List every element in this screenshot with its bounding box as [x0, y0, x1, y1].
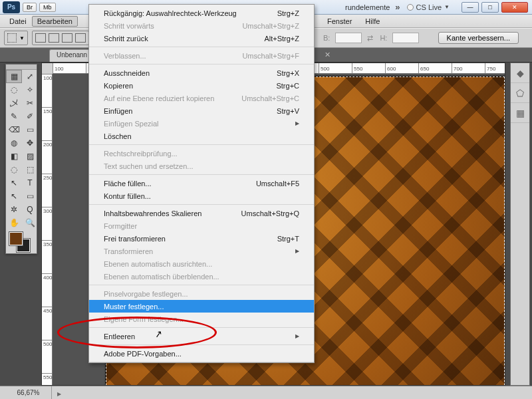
submenu-arrow-icon: ▶: [295, 120, 299, 126]
tool-18[interactable]: ↖: [6, 190, 22, 203]
tool-7[interactable]: ✐: [22, 110, 38, 123]
color-swatches[interactable]: [6, 229, 37, 253]
tool-13[interactable]: ▨: [22, 150, 38, 163]
menu-item-label: Einfügen Spezial: [104, 120, 295, 128]
tool-12[interactable]: ◧: [6, 150, 22, 163]
bridge-button[interactable]: Br: [23, 3, 37, 12]
menu-item-defbrush: Pinselvorgabe festlegen...: [89, 287, 314, 300]
menu-edit[interactable]: Bearbeiten: [32, 16, 78, 27]
panel-icon-0[interactable]: ◆: [511, 63, 529, 83]
tool-4[interactable]: 乄: [6, 96, 22, 110]
swap-icon[interactable]: ⇄: [367, 34, 373, 43]
menu-item-accel: Umschalt+Strg+C: [241, 94, 299, 102]
menu-item-stepback[interactable]: Schritt zurückAlt+Strg+Z: [89, 32, 314, 45]
tool-21[interactable]: Q: [22, 203, 38, 216]
cslive-button[interactable]: CS Live▼: [407, 3, 450, 11]
ruler-tick: 500: [319, 63, 352, 74]
window-close-button[interactable]: ✕: [501, 2, 528, 13]
tool-20[interactable]: ✲: [6, 203, 22, 216]
menu-item-label: Ebenen automatisch überblenden...: [104, 273, 299, 281]
menu-item-defpattern[interactable]: Muster festlegen...: [89, 300, 314, 313]
tool-3[interactable]: ✧: [22, 83, 38, 96]
menu-item-stroke[interactable]: Kontur füllen...: [89, 190, 314, 202]
document-tab-active[interactable]: Unbenann: [49, 49, 94, 62]
menu-item-accel: Umschalt+Strg+F: [242, 52, 299, 60]
workspace-name[interactable]: rundelemente: [345, 3, 390, 11]
menu-item-clear[interactable]: Löschen: [89, 130, 314, 142]
menu-item-autoblend: Ebenen automatisch überblenden...: [89, 270, 314, 283]
tool-15[interactable]: ⬚: [22, 163, 38, 176]
menu-file[interactable]: Datei: [4, 16, 32, 27]
menu-item-label: Frei transformieren: [104, 235, 277, 243]
menu-item-fade: Verblassen...Umschalt+Strg+F: [89, 49, 314, 62]
width-label: B:: [323, 34, 330, 42]
tool-22[interactable]: ✋: [6, 216, 22, 229]
width-input[interactable]: [335, 33, 362, 43]
tool-17[interactable]: T: [22, 176, 38, 190]
zoom-readout[interactable]: 66,67%: [5, 386, 52, 399]
menu-item-accel: Alt+Strg+Z: [264, 35, 299, 43]
menu-item-label: Pinselvorgabe festlegen...: [104, 290, 299, 298]
tool-2[interactable]: ◌: [6, 83, 22, 96]
window-maximize-button[interactable]: □: [481, 2, 499, 13]
menu-item-label: Kopieren: [104, 82, 276, 90]
ruler-tick: 750: [485, 63, 505, 74]
menu-item-label: Einfügen: [104, 107, 277, 115]
tool-8[interactable]: ⌫: [6, 123, 22, 136]
menu-item-copy[interactable]: KopierenStrg+C: [89, 79, 314, 92]
minibridge-button[interactable]: Mb: [39, 3, 56, 12]
tool-11[interactable]: ✥: [22, 136, 38, 150]
tool-0[interactable]: ▦: [6, 70, 22, 83]
menu-item-label: Ebenen automatisch ausrichten...: [104, 260, 299, 268]
tool-5[interactable]: ✂: [22, 96, 38, 110]
tool-6[interactable]: ✎: [6, 110, 22, 123]
submenu-arrow-icon: ▶: [295, 333, 299, 339]
menu-item-copymerge: Auf eine Ebene reduziert kopierenUmschal…: [89, 92, 314, 104]
tool-1[interactable]: ⤢: [22, 70, 38, 83]
ruler-tick: 500: [42, 340, 52, 373]
panel-icon-2[interactable]: ▦: [511, 103, 529, 123]
menu-item-autoalign: Ebenen automatisch ausrichten...: [89, 257, 314, 270]
height-input[interactable]: [392, 33, 419, 43]
foreground-color-swatch[interactable]: [9, 232, 23, 245]
tool-9[interactable]: ▭: [22, 123, 38, 136]
menu-item-accel: Umschalt+Strg+Z: [242, 22, 299, 30]
menu-item-accel: Strg+Z: [277, 9, 299, 17]
tool-14[interactable]: ◌: [6, 163, 22, 176]
menu-item-label: Ausschneiden: [104, 69, 277, 77]
window-minimize-button[interactable]: —: [462, 2, 479, 13]
menu-item-purge[interactable]: Entleeren▶: [89, 330, 314, 342]
tab-close-icon[interactable]: ✕: [322, 48, 333, 62]
menu-item-transform: Transformieren▶: [89, 245, 314, 257]
statusbar: 66,67%: [0, 386, 532, 399]
menu-item-label: Auf eine Ebene reduziert kopieren: [104, 94, 241, 102]
tool-23[interactable]: 🔍: [22, 216, 38, 229]
marquee-tool-preset[interactable]: ▼: [4, 31, 28, 45]
menu-item-cut[interactable]: AusschneidenStrg+X: [89, 66, 314, 79]
menu-item-contentaware[interactable]: Inhaltsbewahrendes SkalierenUmschalt+Str…: [89, 207, 314, 219]
menu-help[interactable]: Hilfe: [358, 16, 386, 27]
tool-10[interactable]: ◍: [6, 136, 22, 150]
status-flyout-icon[interactable]: [57, 389, 532, 397]
tool-19[interactable]: ▭: [22, 190, 38, 203]
menu-item-undo[interactable]: Rückgängig: Auswahlrechteck-WerkzeugStrg…: [89, 7, 314, 19]
edit-menu-dropdown: Rückgängig: Auswahlrechteck-WerkzeugStrg…: [88, 4, 315, 363]
menu-item-pdfpresets[interactable]: Adobe PDF-Vorgaben...: [89, 347, 314, 360]
menu-item-freetransform[interactable]: Frei transformierenStrg+T: [89, 232, 314, 245]
menu-item-label: Adobe PDF-Vorgaben...: [104, 350, 299, 358]
menu-item-label: Entleeren: [104, 332, 295, 340]
selection-mode-group[interactable]: [32, 31, 89, 45]
workspace-overflow-icon[interactable]: »: [395, 2, 400, 12]
menu-item-label: Fläche füllen...: [104, 180, 256, 188]
menu-item-paste[interactable]: EinfügenStrg+V: [89, 104, 314, 117]
menu-item-label: Inhaltsbewahrendes Skalieren: [104, 209, 241, 217]
tool-16[interactable]: ↖: [6, 176, 22, 190]
refine-edge-button[interactable]: Kante verbessern...: [438, 32, 519, 44]
menu-window[interactable]: Fenster: [321, 16, 358, 27]
ruler-tick: 200: [42, 140, 52, 174]
menu-item-fill[interactable]: Fläche füllen...Umschalt+F5: [89, 177, 314, 190]
menu-item-accel: Umschalt+Strg+Q: [241, 209, 299, 217]
panel-icon-1[interactable]: ⬠: [511, 83, 529, 103]
ruler-tick: 400: [42, 273, 52, 307]
ruler-vertical: 100150200250300350400450500550: [42, 74, 53, 385]
